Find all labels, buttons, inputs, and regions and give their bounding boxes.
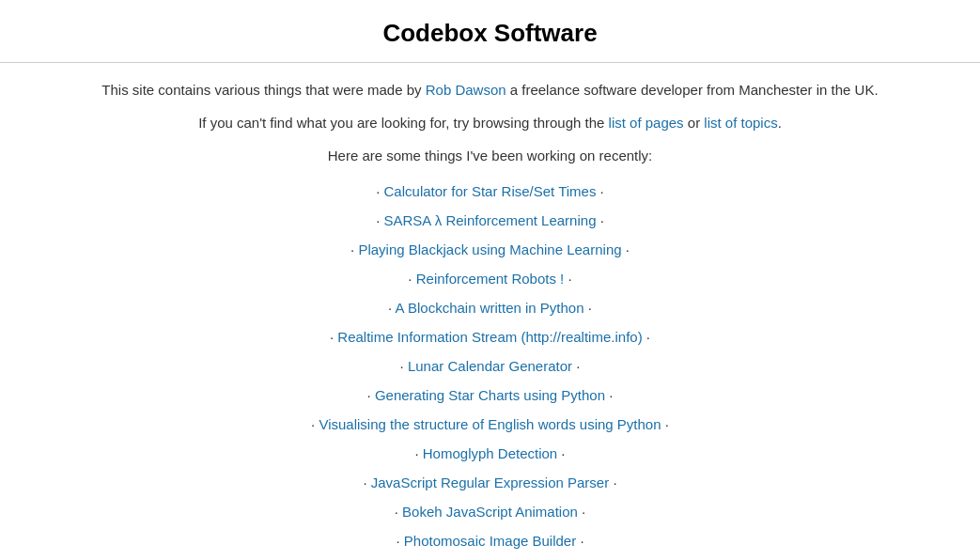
list-item: · Bokeh JavaScript Animation ·	[49, 499, 932, 524]
dot-before: ·	[396, 533, 403, 549]
topics-link[interactable]: list of topics	[704, 115, 777, 131]
list-item: · SARSA λ Reinforcement Learning ·	[49, 208, 932, 233]
browse-text-after: .	[778, 115, 782, 131]
dot-after: ·	[596, 183, 603, 199]
list-item: · Calculator for Star Rise/Set Times ·	[49, 179, 932, 204]
site-title: Codebox Software	[0, 19, 980, 48]
list-item: · Visualising the structure of English w…	[49, 412, 932, 437]
intro-paragraph: This site contains various things that w…	[49, 82, 932, 98]
recent-link-11[interactable]: Bokeh JavaScript Animation	[402, 504, 578, 520]
dot-before: ·	[414, 445, 422, 461]
dot-before: ·	[408, 271, 415, 287]
intro-text-after: a freelance software developer from Manc…	[506, 82, 879, 98]
site-header: Codebox Software	[0, 0, 980, 63]
dot-after: ·	[622, 241, 630, 257]
recent-link-10[interactable]: JavaScript Regular Expression Parser	[371, 474, 609, 490]
recent-link-0[interactable]: Calculator for Star Rise/Set Times	[384, 183, 597, 199]
dot-before: ·	[376, 183, 383, 199]
recent-paragraph: Here are some things I've been working o…	[49, 148, 932, 163]
recent-link-8[interactable]: Visualising the structure of English wor…	[319, 416, 661, 432]
recent-link-7[interactable]: Generating Star Charts using Python	[375, 387, 605, 403]
dot-before: ·	[395, 504, 402, 520]
list-item: · A Blockchain written in Python ·	[49, 295, 932, 320]
list-item: · Reinforcement Robots ! ·	[49, 266, 932, 291]
recent-link-2[interactable]: Playing Blackjack using Machine Learning	[358, 241, 621, 257]
list-item: · Photomosaic Image Builder ·	[49, 528, 932, 553]
dot-before: ·	[363, 474, 370, 490]
list-item: · Playing Blackjack using Machine Learni…	[49, 237, 932, 262]
author-link[interactable]: Rob Dawson	[426, 82, 506, 98]
list-item: · JavaScript Regular Expression Parser ·	[49, 470, 932, 495]
list-item: · Generating Star Charts using Python ·	[49, 382, 932, 408]
browse-paragraph: If you can't find what you are looking f…	[49, 115, 932, 131]
recent-link-1[interactable]: SARSA λ Reinforcement Learning	[384, 212, 597, 228]
recent-link-9[interactable]: Homoglyph Detection	[423, 445, 557, 461]
list-item: · Lunar Calendar Generator ·	[49, 353, 932, 379]
dot-after: ·	[605, 387, 613, 403]
dot-after: ·	[564, 271, 571, 287]
list-item: · Homoglyph Detection ·	[49, 441, 932, 466]
pages-link[interactable]: list of pages	[609, 115, 684, 131]
dot-before: ·	[400, 358, 408, 374]
dot-after: ·	[643, 329, 650, 345]
recent-link-12[interactable]: Photomosaic Image Builder	[404, 533, 576, 549]
intro-text-before: This site contains various things that w…	[101, 82, 425, 98]
recent-links-list: · Calculator for Star Rise/Set Times ·· …	[49, 179, 932, 553]
main-content: This site contains various things that w…	[30, 82, 951, 553]
dot-after: ·	[578, 504, 585, 520]
dot-after: ·	[596, 212, 603, 228]
browse-text-before: If you can't find what you are looking f…	[198, 115, 608, 131]
dot-before: ·	[388, 300, 396, 316]
dot-after: ·	[572, 358, 580, 374]
recent-link-4[interactable]: A Blockchain written in Python	[396, 300, 584, 316]
dot-after: ·	[661, 416, 669, 432]
recent-link-6[interactable]: Lunar Calendar Generator	[408, 358, 572, 374]
dot-after: ·	[584, 300, 592, 316]
recent-link-3[interactable]: Reinforcement Robots !	[416, 271, 565, 287]
dot-before: ·	[367, 387, 375, 403]
dot-after: ·	[557, 445, 565, 461]
dot-after: ·	[609, 474, 616, 490]
recent-link-5[interactable]: Realtime Information Stream (http://real…	[337, 329, 642, 345]
browse-text-middle: or	[684, 115, 705, 131]
dot-before: ·	[376, 212, 383, 228]
dot-after: ·	[576, 533, 583, 549]
list-item: · Realtime Information Stream (http://re…	[49, 324, 932, 350]
